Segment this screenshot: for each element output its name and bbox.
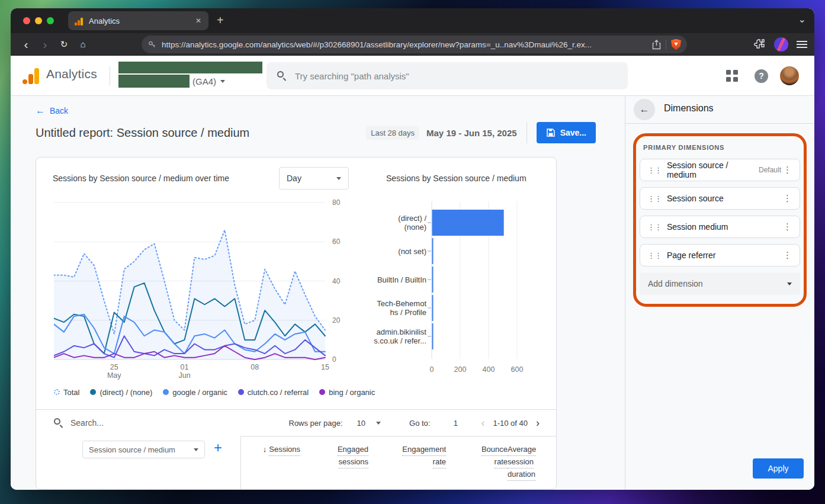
new-tab-button[interactable]: +	[217, 13, 224, 27]
dimension-item-session-medium[interactable]: ⋮⋮ Session medium ⋮	[640, 216, 800, 238]
user-avatar[interactable]	[780, 66, 799, 85]
panel-back-button[interactable]: ←	[634, 99, 655, 120]
table-search-input[interactable]	[70, 418, 289, 428]
back-nav-icon[interactable]: ‹	[18, 38, 34, 50]
kebab-menu-icon[interactable]: ⋮	[781, 250, 794, 261]
legend-dot-google-organic	[163, 389, 169, 395]
highlight-annotation: PRIMARY DIMENSIONS ⋮⋮ Session source / m…	[633, 133, 807, 307]
pagination-range: 1-10 of 40	[493, 419, 528, 428]
tab-title: Analytics	[89, 17, 194, 25]
dimension-item-session-source-medium[interactable]: ⋮⋮ Session source / medium Default ⋮	[640, 159, 800, 181]
svg-text:40: 40	[332, 277, 341, 285]
drag-handle-icon[interactable]: ⋮⋮	[647, 223, 661, 231]
site-info-key-icon[interactable]	[147, 40, 157, 49]
panel-divider	[625, 123, 814, 124]
property-selector[interactable]: (GA4)	[118, 62, 262, 88]
ga-search-bar[interactable]: Try searching "path analysis"	[267, 62, 628, 89]
save-button[interactable]: Save...	[537, 122, 596, 143]
default-badge: Default	[759, 166, 781, 174]
goto-label: Go to:	[409, 419, 430, 428]
svg-text:25May: 25May	[107, 363, 121, 380]
bar-chart-title: Sessions by Session source / medium	[386, 174, 527, 183]
rows-per-page-value[interactable]: 10	[357, 419, 365, 428]
close-window-button[interactable]	[23, 17, 30, 24]
desktop: { "browser": { "tab_title": "Analytics",…	[0, 0, 825, 504]
granularity-select[interactable]: Day	[279, 167, 349, 190]
header-vertical-separator	[527, 122, 527, 143]
rows-per-page-label: Rows per page:	[289, 419, 343, 428]
legend-item-bing-organic[interactable]: bing / organic	[319, 388, 375, 397]
legend-dot-bing-organic	[319, 389, 325, 395]
redacted-property-name	[118, 75, 190, 88]
column-header-engagement-rate[interactable]: Engagement rate	[368, 444, 446, 481]
tab-search-chevron-icon[interactable]: ⌄	[798, 14, 806, 25]
legend-dot-clutch-referral	[238, 389, 244, 395]
dimension-selector[interactable]: Session source / medium	[82, 441, 205, 458]
report-card: Sessions by Session source / medium over…	[36, 157, 557, 490]
brave-shields-icon[interactable]	[671, 39, 681, 50]
column-header-avg-session-duration[interactable]: Average session duration	[508, 444, 540, 481]
kebab-menu-icon[interactable]: ⋮	[781, 221, 794, 232]
sessions-line-chart: 02040608025May01Jun0815	[54, 199, 353, 383]
report-main-area: ← Back Untitled report: Session source /…	[11, 96, 625, 490]
column-header-sessions[interactable]: ↓Sessions	[241, 444, 300, 481]
back-arrow-icon: ←	[36, 105, 45, 116]
panel-title: Dimensions	[664, 103, 714, 114]
svg-text:(direct) /: (direct) /	[398, 214, 426, 223]
column-header-engaged-sessions[interactable]: Engaged sessions	[300, 444, 368, 481]
help-icon[interactable]: ?	[755, 69, 768, 83]
property-suffix: (GA4)	[192, 76, 216, 86]
zoom-window-button[interactable]	[47, 17, 54, 24]
drag-handle-icon[interactable]: ⋮⋮	[647, 252, 661, 259]
granularity-value: Day	[287, 174, 301, 183]
kebab-menu-icon[interactable]: ⋮	[781, 165, 794, 175]
browser-profile-avatar[interactable]	[774, 37, 788, 52]
reload-icon[interactable]: ↻	[56, 38, 72, 50]
dimension-item-session-source[interactable]: ⋮⋮ Session source ⋮	[640, 187, 800, 210]
page-next-icon[interactable]: ›	[536, 417, 540, 429]
tab-close-icon[interactable]: ✕	[194, 17, 203, 25]
back-link[interactable]: ← Back	[36, 105, 625, 116]
legend-item-total[interactable]: Total	[54, 388, 79, 397]
drag-handle-icon[interactable]: ⋮⋮	[647, 166, 661, 174]
home-icon[interactable]: ⌂	[75, 38, 91, 50]
browser-window: Analytics ✕ + ⌄ ‹ › ↻ ⌂ https://analytic…	[11, 8, 814, 490]
legend-item-direct-none[interactable]: (direct) / (none)	[90, 388, 152, 397]
minimize-window-button[interactable]	[35, 17, 42, 24]
svg-text:15: 15	[321, 363, 329, 371]
back-label: Back	[50, 106, 68, 115]
analytics-favicon-icon	[74, 16, 84, 25]
legend-dot-direct-none	[90, 389, 96, 395]
window-controls	[23, 17, 54, 24]
legend-item-google-organic[interactable]: google / organic	[163, 388, 227, 397]
browser-tab-analytics[interactable]: Analytics ✕	[68, 11, 208, 30]
kebab-menu-icon[interactable]: ⋮	[781, 193, 794, 204]
forward-nav-icon[interactable]: ›	[37, 38, 53, 50]
apply-button[interactable]: Apply	[753, 458, 804, 479]
date-range[interactable]: May 19 - Jun 15, 2025	[426, 128, 517, 138]
granularity-caret-icon	[336, 177, 341, 180]
legend-dot-total	[54, 389, 60, 395]
drag-handle-icon[interactable]: ⋮⋮	[647, 195, 661, 203]
rows-per-page-caret-icon[interactable]	[376, 422, 381, 425]
svg-text:400: 400	[483, 365, 495, 374]
svg-text:BuiltIn / BuiltIn: BuiltIn / BuiltIn	[377, 275, 426, 284]
svg-text:(none): (none)	[404, 223, 426, 232]
goto-page-input[interactable]	[447, 419, 464, 428]
line-chart-title: Sessions by Session source / medium over…	[53, 174, 279, 183]
column-header-bounce-rate[interactable]: Bounce rate	[446, 444, 508, 481]
apps-grid-icon[interactable]	[726, 70, 738, 82]
table-controls: Rows per page: 10 Go to: ‹ 1-10 of 40 ›	[36, 409, 556, 436]
menu-hamburger-icon[interactable]	[797, 41, 807, 48]
page-prev-icon[interactable]: ‹	[481, 417, 484, 429]
dimension-item-page-referrer[interactable]: ⋮⋮ Page referrer ⋮	[640, 244, 800, 267]
legend-item-clutch-referral[interactable]: clutch.co / referral	[238, 388, 309, 397]
share-icon[interactable]	[652, 40, 661, 50]
save-label: Save...	[560, 128, 586, 137]
analytics-logo-icon	[23, 68, 39, 84]
add-dimension-select[interactable]: Add dimension	[640, 272, 800, 295]
product-name: Analytics	[46, 67, 97, 81]
address-bar[interactable]: https://analytics.google.com/analytics/w…	[142, 36, 687, 53]
extensions-puzzle-icon[interactable]	[754, 38, 766, 50]
add-column-button[interactable]: +	[214, 439, 222, 456]
